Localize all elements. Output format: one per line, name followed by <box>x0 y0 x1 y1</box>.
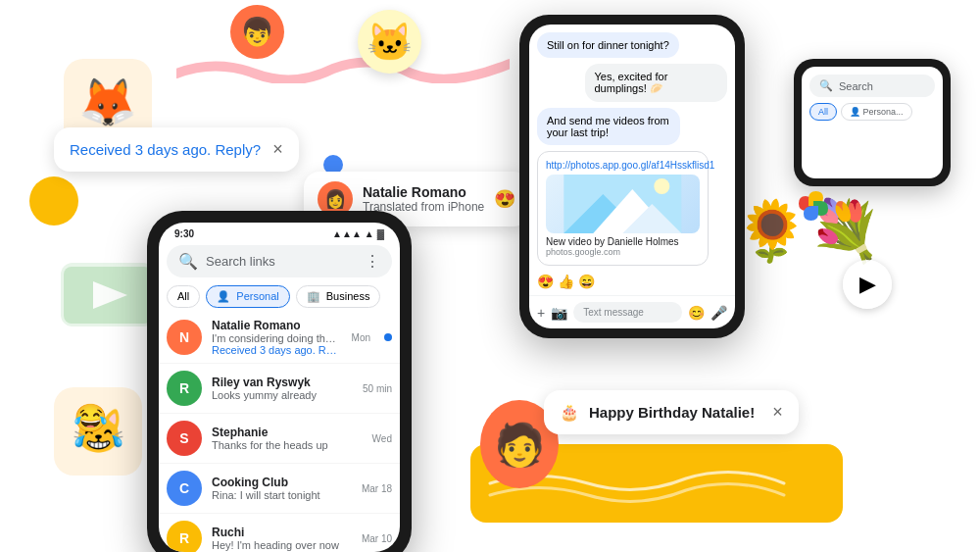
laugh-emoji-icon: 😂 <box>74 403 108 433</box>
natalie-info: Natalie Romano Translated from iPhone <box>363 184 484 214</box>
reply-notification-bubble[interactable]: Received 3 days ago. Reply? × <box>54 127 299 172</box>
message-input-placeholder: Text message <box>583 307 644 318</box>
msg-videos-text: And send me videos from your last trip! <box>547 115 669 138</box>
contact-msg-stephanie: Thanks for the heads up <box>212 439 363 451</box>
more-options-icon[interactable]: ⋮ <box>365 252 380 271</box>
contact-stephanie[interactable]: S Stephanie Thanks for the heads up Wed <box>159 414 400 464</box>
pink-wave-decoration <box>176 54 510 83</box>
link-source: photos.google.com <box>546 247 700 257</box>
voice-input-icon[interactable]: 🎤 <box>710 305 727 321</box>
natalie-name: Natalie Romano <box>363 184 484 200</box>
person-icon: 👦 <box>240 16 274 48</box>
msg-dinner-question: Still on for dinner tonight? <box>537 32 679 58</box>
contact-time-ruchi: Mar 10 <box>362 533 392 544</box>
search-input[interactable]: Search links <box>206 254 357 269</box>
messaging-phone-mockup: Still on for dinner tonight? Yes, excite… <box>519 15 745 338</box>
contact-avatar-stephanie: S <box>167 421 202 456</box>
tab-business[interactable]: 🏢 Business <box>296 285 381 308</box>
birthday-notification-card[interactable]: 🎂 Happy Birthday Natalie! × <box>544 390 799 434</box>
contact-ruchi[interactable]: R Ruchi Hey! I'm heading over now Mar 10 <box>159 514 400 552</box>
video-thumbnail-svg <box>64 267 152 324</box>
birthday-text: Happy Birthday Natalie! <box>589 404 755 421</box>
link-preview-image <box>546 175 700 233</box>
contact-cooking-club[interactable]: C Cooking Club Rina: I will start tonigh… <box>159 464 400 514</box>
birthday-cake-icon: 🎂 <box>560 403 579 422</box>
search-icon: 🔍 <box>178 252 198 271</box>
video-thumbnail-left[interactable] <box>61 263 155 326</box>
far-search-icon: 🔍 <box>819 79 833 92</box>
mountain-svg <box>546 175 700 233</box>
contact-name-riley: Riley van Ryswyk <box>212 376 353 389</box>
contact-name-stephanie: Stephanie <box>212 426 363 439</box>
laugh-emoji-decoration: 😂 <box>74 402 108 434</box>
far-filter-tabs: All 👤 Persona... <box>809 103 935 121</box>
emoji-icon[interactable]: 😊 <box>688 305 705 321</box>
business-icon: 🏢 <box>307 290 320 302</box>
status-icons: ▲▲▲ ▲ ▓ <box>332 228 384 239</box>
contact-msg-cooking: Rina: I will start tonight <box>212 489 352 501</box>
contact-info-ruchi: Ruchi Hey! I'm heading over now <box>212 526 352 551</box>
link-preview-card[interactable]: http://photos.app.goo.gl/af14Hsskflisd1 … <box>537 151 709 266</box>
tab-personal[interactable]: 👤 Personal <box>206 285 289 308</box>
contact-avatar-natalie: N <box>167 320 202 355</box>
search-bar[interactable]: 🔍 Search links ⋮ <box>167 245 392 277</box>
tab-personal-label: Personal <box>236 290 278 302</box>
contact-name-natalie: Natalie Romano <box>212 319 342 332</box>
msg-dumplings: Yes, excited for dumplings! 🥟 <box>585 64 728 102</box>
tab-all[interactable]: All <box>167 285 200 308</box>
cat-cowboy-avatar: 🐱 <box>358 10 421 74</box>
add-attachment-icon[interactable]: + <box>537 305 545 321</box>
filter-tabs: All 👤 Personal 🏢 Business <box>159 281 400 312</box>
far-tab-persona[interactable]: 👤 Persona... <box>841 103 912 121</box>
far-tab-all[interactable]: All <box>809 103 837 121</box>
contact-time-riley: 50 min <box>363 383 392 394</box>
link-title: New video by Danielle Holmes <box>546 236 700 247</box>
contact-info-stephanie: Stephanie Thanks for the heads up <box>212 426 363 451</box>
battery-icon: ▓ <box>377 228 384 239</box>
status-time: 9:30 <box>174 228 194 239</box>
play-button-right[interactable]: ▶ <box>843 260 892 309</box>
contact-info-cooking: Cooking Club Rina: I will start tonight <box>212 476 352 501</box>
far-search-placeholder: Search <box>839 80 873 92</box>
tab-business-label: Business <box>326 290 370 302</box>
camera-icon[interactable]: 📷 <box>551 305 567 321</box>
contact-time-cooking: Mar 18 <box>362 483 392 494</box>
google-photos-icon <box>799 191 828 227</box>
contact-msg-ruchi: Hey! I'm heading over now <box>212 539 352 551</box>
phone-status-bar: 9:30 ▲▲▲ ▲ ▓ <box>159 223 400 241</box>
contact-avatar-ruchi: R <box>167 521 202 552</box>
contact-highlight-natalie: Received 3 days ago. Reply? <box>212 344 342 356</box>
reaction-heart-eyes: 😍 <box>537 274 554 289</box>
main-phone-mockup: 9:30 ▲▲▲ ▲ ▓ 🔍 Search links ⋮ All 👤 Pers… <box>147 211 412 552</box>
message-reactions: 😍 👍 😄 <box>537 274 727 289</box>
tab-all-label: All <box>177 290 189 302</box>
contact-natalie[interactable]: N Natalie Romano I'm considering doing t… <box>159 312 400 364</box>
photos-pinwheel <box>799 191 828 221</box>
person-avatar-top: 👦 <box>230 5 284 59</box>
contact-riley[interactable]: R Riley van Ryswyk Looks yummy already 5… <box>159 364 400 414</box>
play-icon: ▶ <box>859 272 876 297</box>
reaction-smile: 😄 <box>578 274 595 289</box>
contact-msg-riley: Looks yummy already <box>212 389 353 401</box>
fox-emoji-icon: 🦊 <box>78 75 137 130</box>
contact-list: N Natalie Romano I'm considering doing t… <box>159 312 400 552</box>
contact-time-natalie: Mon <box>352 332 370 343</box>
contact-time-stephanie: Wed <box>372 433 392 444</box>
cat-cowboy-icon: 🐱 <box>367 21 413 64</box>
contact-name-cooking: Cooking Club <box>212 476 352 489</box>
link-url: http://photos.app.goo.gl/af14Hsskflisd1 <box>546 160 700 171</box>
contact-msg-natalie: I'm considering doing that "big"... <box>212 332 342 344</box>
birthday-close-button[interactable]: × <box>772 402 783 423</box>
wifi-icon: ▲ <box>365 228 374 239</box>
msg-dinner-text: Still on for dinner tonight? <box>547 39 669 51</box>
contact-avatar-cooking: C <box>167 471 202 506</box>
message-text-input[interactable]: Text message <box>573 302 682 323</box>
reply-close-button[interactable]: × <box>272 139 283 160</box>
message-list: Still on for dinner tonight? Yes, excite… <box>529 25 735 295</box>
unread-dot-natalie <box>384 333 392 341</box>
far-search-bar[interactable]: 🔍 Search <box>809 75 935 97</box>
msg-dumplings-text: Yes, excited for dumplings! 🥟 <box>595 71 668 94</box>
msg-videos-request: And send me videos from your last trip! <box>537 108 680 145</box>
far-tab-all-label: All <box>818 107 828 117</box>
reaction-thumbs-up: 👍 <box>558 274 574 289</box>
